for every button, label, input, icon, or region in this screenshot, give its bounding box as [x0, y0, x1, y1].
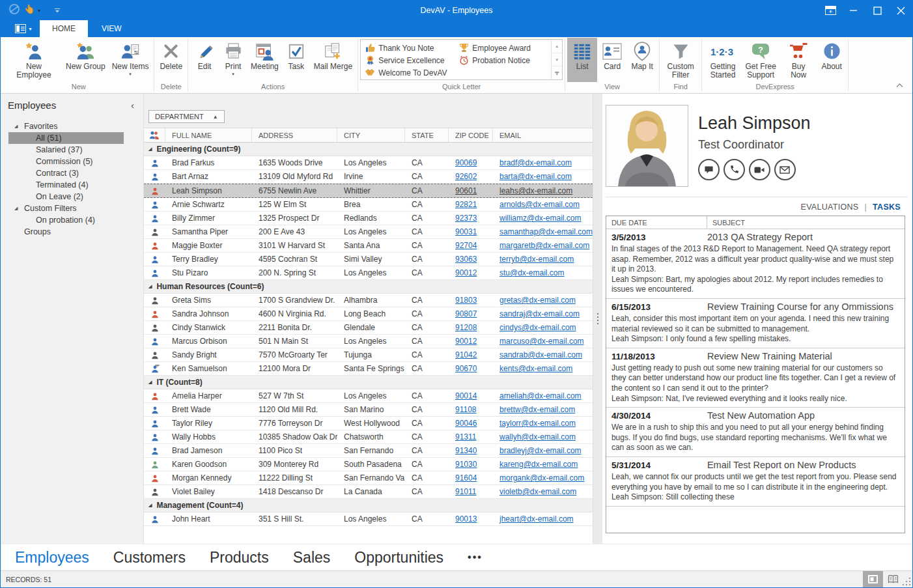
table-row-maggie-boxter[interactable]: Maggie Boxter3101 W Harvard StSanta AnaC… — [144, 239, 593, 253]
sidebar-item-terminated-4[interactable]: Terminated (4) — [1, 179, 143, 191]
email-link[interactable]: jheart@dx-email.com — [499, 514, 574, 524]
table-row-ken-samuelson[interactable]: Ken Samuelson12100 Mora DrSanta Fe Sprin… — [144, 362, 593, 376]
maximize-icon[interactable] — [865, 1, 889, 20]
zip-link[interactable]: 90014 — [455, 391, 477, 400]
zip-link[interactable]: 91042 — [455, 350, 477, 359]
email-link[interactable]: kents@dx-email.com — [499, 364, 572, 373]
group-expander-icon[interactable]: ◢ — [148, 284, 152, 289]
reading-view-icon[interactable] — [883, 571, 903, 587]
table-row-stu-pizaro[interactable]: Stu Pizaro200 N. Spring StLos AngelesCA9… — [144, 266, 593, 280]
email-link[interactable]: morgank@dx-email.com — [499, 473, 584, 483]
email-link[interactable]: taylorr@dx-email.com — [499, 419, 576, 428]
email-link[interactable]: bradf@dx-email.com — [499, 158, 572, 167]
column-header-address[interactable]: ADDRESS — [252, 128, 337, 142]
map-it-button[interactable]: Map It — [627, 38, 657, 82]
table-row-cindy-stanwick[interactable]: Cindy Stanwick2211 Bonita Dr.GlendaleCA9… — [144, 321, 593, 335]
about-button[interactable]: About — [817, 38, 846, 82]
email-link[interactable]: margaretb@dx-email.com — [499, 241, 589, 250]
email-link[interactable]: violetb@dx-email.com — [499, 487, 576, 496]
sidebar-item-on-probation-4[interactable]: On probation (4) — [1, 214, 143, 226]
list-view-button[interactable]: List — [567, 38, 597, 82]
sidebar-item-groups[interactable]: Groups — [1, 226, 143, 238]
zip-link[interactable]: 90807 — [455, 309, 477, 318]
zip-link[interactable]: 91011 — [455, 487, 476, 496]
table-row-billy-zimmer[interactable]: Billy Zimmer1325 Prospect DrRedlandsCA92… — [144, 212, 593, 225]
tab-evaluations[interactable]: EVALUATIONS — [801, 203, 859, 212]
email-link[interactable]: sandrab@dx-email.com — [499, 350, 582, 359]
group-row-human-resources-count-6[interactable]: ◢Human Resources (Count=6) — [144, 280, 593, 294]
task-item-review-training-course-for-any-ommissions[interactable]: 6/15/2013Review Training Course for any … — [606, 299, 905, 348]
module-tab-products[interactable]: Products — [210, 549, 269, 567]
sidebar-item-favorites[interactable]: ◢Favorites — [1, 120, 143, 132]
task-item-test-new-automation-app[interactable]: 4/30/2014Test New Automation AppWe are i… — [606, 408, 905, 457]
email-link[interactable]: marcuso@dx-email.com — [499, 337, 584, 346]
zip-link[interactable]: 90013 — [455, 514, 477, 524]
email-link[interactable]: ameliah@dx-email.com — [499, 391, 582, 400]
table-row-morgan-kennedy[interactable]: Morgan Kennedy11222 Dilling StSan Fernan… — [144, 471, 593, 485]
module-tab-customers[interactable]: Customers — [113, 549, 186, 567]
sidebar-item-salaried-37[interactable]: Salaried (37) — [1, 144, 143, 156]
table-row-amelia-harper[interactable]: Amelia Harper527 W 7th StLos AngelesCA90… — [144, 389, 593, 403]
zip-link[interactable]: 90012 — [455, 268, 477, 277]
table-row-sandra-johnson[interactable]: Sandra Johnson4600 N Virginia Rd.Long Be… — [144, 307, 593, 321]
group-expander-icon[interactable]: ◢ — [148, 380, 152, 385]
task-item-email-test-report-on-new-products[interactable]: 5/31/2014Email Test Report on New Produc… — [606, 457, 905, 507]
column-header-zip-code[interactable]: ZIP CODE — [449, 128, 493, 142]
resize-grip[interactable] — [903, 571, 912, 587]
video-call-icon[interactable] — [749, 159, 770, 180]
detail-panel-toggle-icon[interactable] — [863, 571, 883, 587]
close-icon[interactable] — [889, 1, 912, 20]
gallery-scroll-up-icon[interactable]: ▲ — [552, 40, 562, 53]
email-link[interactable]: williamz@dx-email.com — [499, 214, 582, 223]
quick-letter-employee-award[interactable]: Employee Award — [458, 42, 550, 54]
zip-link[interactable]: 91803 — [455, 296, 477, 305]
application-menu-button[interactable]: ▾ — [8, 20, 38, 37]
module-tabs-overflow-icon[interactable]: ••• — [468, 552, 483, 563]
table-row-taylor-riley[interactable]: Taylor Riley7776 Torreyson DrWest Hollyw… — [144, 417, 593, 430]
email-link[interactable]: sandraj@dx-email.com — [499, 309, 580, 318]
sidebar-item-all-51[interactable]: All (51) — [8, 132, 124, 144]
group-by-chip-department[interactable]: DEPARTMENT ▲ — [148, 110, 225, 123]
email-link[interactable]: samanthap@dx-email.com — [499, 227, 593, 236]
email-link[interactable]: cindys@dx-email.com — [499, 323, 576, 332]
phone-icon[interactable] — [723, 159, 745, 180]
group-row-engineering-count-9[interactable]: ◢Engineering (Count=9) — [144, 143, 593, 156]
quick-letter-welcome-to-devav[interactable]: Welcome To DevAV — [365, 66, 456, 79]
table-row-marcus-orbison[interactable]: Marcus Orbison501 N Main StLos AngelesCA… — [144, 335, 593, 348]
zip-link[interactable]: 91208 — [455, 323, 477, 332]
tasks-column-subject[interactable]: SUBJECT — [707, 216, 745, 229]
group-row-management-count-4[interactable]: ◢Management (Count=4) — [144, 499, 593, 512]
tree-expander-icon[interactable]: ◢ — [14, 124, 24, 129]
table-row-greta-sims[interactable]: Greta Sims1700 S Grandview Dr.AlhambraCA… — [144, 294, 593, 307]
email-link[interactable]: leahs@dx-email.com — [499, 186, 572, 195]
column-header-state[interactable]: STATE — [405, 128, 449, 142]
sidebar-collapse-icon[interactable]: ‹ — [131, 100, 134, 111]
zip-link[interactable]: 91340 — [455, 446, 477, 455]
column-header-full-name[interactable]: FULL NAME — [165, 128, 252, 142]
minimize-icon[interactable] — [842, 1, 865, 20]
table-row-karen-goodson[interactable]: Karen Goodson309 Monterey RdSouth Pasade… — [144, 458, 593, 471]
mail-merge-button[interactable]: Mail Merge — [311, 38, 356, 82]
zip-link[interactable]: 90069 — [455, 158, 477, 167]
ribbon-display-options-icon[interactable] — [819, 1, 842, 20]
ribbon-collapse-icon[interactable] — [896, 82, 903, 89]
gallery-dropdown-icon[interactable]: ▬▼ — [552, 66, 562, 79]
email-link[interactable]: kareng@dx-email.com — [499, 460, 578, 469]
get-free-support-button[interactable]: ? Get Free Support — [742, 38, 780, 82]
tab-home[interactable]: HOME — [40, 20, 88, 37]
email-link[interactable]: wallyh@dx-email.com — [499, 432, 576, 441]
tab-view[interactable]: VIEW — [89, 20, 134, 37]
module-tab-opportunities[interactable]: Opportunities — [354, 549, 443, 567]
email-link[interactable]: barta@dx-email.com — [499, 172, 572, 181]
table-row-violet-bailey[interactable]: Violet Bailey1418 Descanso DrLa CanadaCA… — [144, 485, 593, 499]
zip-link[interactable]: 91108 — [455, 405, 476, 414]
zip-link[interactable]: 91030 — [455, 460, 477, 469]
table-row-samantha-piper[interactable]: Samantha Piper200 E Ave 43Los AngelesCA9… — [144, 225, 593, 239]
task-button[interactable]: Task — [282, 38, 311, 82]
meeting-button[interactable]: Meeting — [247, 38, 282, 82]
email-link[interactable]: arnolds@dx-email.com — [499, 200, 580, 209]
group-expander-icon[interactable]: ◢ — [148, 503, 152, 508]
email-link[interactable]: bradleyj@dx-email.com — [499, 446, 582, 455]
email-link[interactable]: brettw@dx-email.com — [499, 405, 575, 414]
task-item-review-new-training-material[interactable]: 11/18/2013Review New Training MaterialJu… — [606, 348, 905, 408]
